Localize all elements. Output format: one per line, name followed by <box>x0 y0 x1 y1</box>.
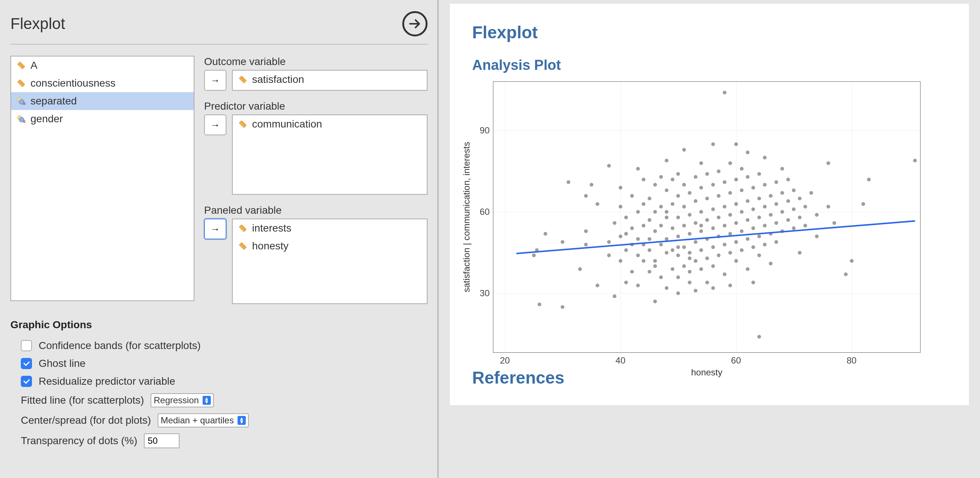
variables-list[interactable]: Aconscientiousnessaseparatedagender <box>10 56 194 301</box>
scale-icon <box>16 60 27 71</box>
confidence-bands-checkbox[interactable] <box>21 340 32 351</box>
data-point <box>612 221 616 225</box>
assign-predictor-button[interactable]: → <box>204 114 226 135</box>
data-point <box>682 264 686 268</box>
data-point <box>642 259 645 263</box>
data-point <box>734 142 738 146</box>
panel-box[interactable]: interestshonesty <box>232 219 428 304</box>
svg-rect-31 <box>239 242 247 250</box>
data-point <box>723 224 727 227</box>
scatter-plot: satisfaction | communication, interests … <box>493 81 921 353</box>
data-point <box>694 289 697 292</box>
data-point <box>694 221 697 225</box>
data-point <box>780 210 784 214</box>
data-point <box>699 210 703 214</box>
data-point <box>746 175 749 179</box>
fitted-line-select[interactable]: Regression▲▼ <box>151 393 213 407</box>
data-point <box>769 262 773 265</box>
data-point <box>826 161 830 165</box>
variable-conscientiousness[interactable]: conscientiousness <box>11 74 194 92</box>
data-point <box>751 245 755 249</box>
data-point <box>688 232 692 236</box>
data-point <box>717 254 721 257</box>
svg-rect-16 <box>239 76 247 83</box>
data-point <box>786 199 790 203</box>
residualize-checkbox[interactable] <box>21 376 32 387</box>
data-point <box>826 205 830 208</box>
data-point <box>648 237 651 241</box>
variable-honesty[interactable]: honesty <box>233 237 427 255</box>
data-point <box>734 240 738 244</box>
outcome-box[interactable]: satisfaction <box>232 70 428 91</box>
data-point <box>630 194 634 198</box>
assign-outcome-button[interactable]: → <box>204 70 226 91</box>
data-point <box>763 156 767 159</box>
data-point <box>688 191 692 195</box>
predictor-box[interactable]: communication <box>232 114 428 195</box>
ghost-line-checkbox[interactable] <box>21 358 32 369</box>
data-point <box>544 232 547 236</box>
data-point <box>775 240 778 244</box>
x-axis-label: honesty <box>691 367 722 378</box>
data-point <box>815 235 819 238</box>
data-point <box>694 199 697 203</box>
x-tick: 40 <box>616 355 626 366</box>
data-point <box>728 251 732 255</box>
data-point <box>763 243 767 246</box>
assign-panel-button[interactable]: → <box>204 219 226 239</box>
data-point <box>699 186 703 189</box>
data-point <box>671 202 675 206</box>
data-point <box>671 178 675 181</box>
panel-label: Paneled variable <box>204 205 428 216</box>
run-button[interactable] <box>402 11 428 37</box>
data-point <box>682 224 686 227</box>
svg-text:a: a <box>23 119 25 124</box>
data-point <box>723 243 727 246</box>
data-point <box>740 167 743 171</box>
data-point <box>624 248 628 252</box>
data-point <box>607 254 611 257</box>
svg-rect-5 <box>18 79 25 87</box>
data-point <box>705 172 709 176</box>
data-point <box>711 245 715 249</box>
data-point <box>688 256 692 260</box>
variable-interests[interactable]: interests <box>233 219 427 237</box>
svg-rect-26 <box>239 224 247 232</box>
data-point <box>648 218 651 222</box>
data-point <box>746 267 749 271</box>
variable-A[interactable]: A <box>11 57 194 74</box>
variable-communication[interactable]: communication <box>233 115 427 133</box>
data-point <box>630 270 634 273</box>
data-point <box>757 172 761 176</box>
data-point <box>636 284 640 287</box>
data-point <box>665 189 668 192</box>
center-spread-select[interactable]: Median + quartiles▲▼ <box>158 413 249 427</box>
data-point <box>648 197 651 200</box>
data-point <box>723 91 727 94</box>
data-point <box>659 205 663 208</box>
variable-satisfaction[interactable]: satisfaction <box>233 71 427 89</box>
data-point <box>699 229 703 233</box>
transparency-label: Transparency of dots (%) <box>21 435 137 447</box>
scale-icon <box>237 74 248 85</box>
data-point <box>809 191 813 195</box>
data-point <box>769 213 773 217</box>
data-point <box>711 207 715 211</box>
data-point <box>642 178 645 181</box>
x-tick: 20 <box>500 355 510 366</box>
variable-separated[interactable]: aseparated <box>11 92 194 110</box>
data-point <box>676 245 680 249</box>
transparency-input[interactable] <box>144 434 180 448</box>
data-point <box>786 218 790 222</box>
data-point <box>659 243 663 246</box>
x-tick: 60 <box>731 355 741 366</box>
data-point <box>751 281 755 284</box>
variable-gender[interactable]: agender <box>11 110 194 128</box>
data-point <box>699 161 703 165</box>
data-point <box>699 224 703 227</box>
data-point <box>619 205 622 208</box>
confidence-bands-label: Confidence bands (for scatterplots) <box>39 340 201 352</box>
data-point <box>705 218 709 222</box>
output-panel: Flexplot Analysis Plot satisfaction | co… <box>450 4 969 405</box>
data-point <box>798 251 802 255</box>
